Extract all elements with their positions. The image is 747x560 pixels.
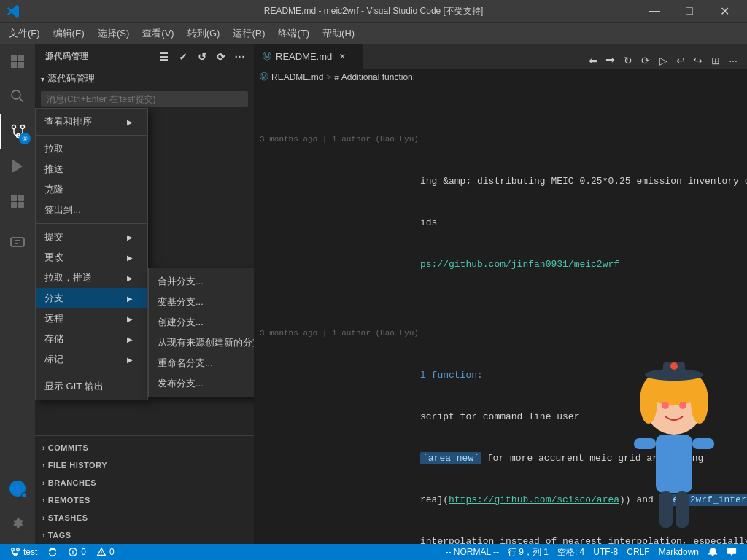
- editor-content[interactable]: 3 months ago | 1 author (Hao Lyu) ing &a…: [254, 85, 747, 544]
- back-icon[interactable]: ⬅: [585, 52, 601, 69]
- status-warnings[interactable]: 0: [92, 544, 119, 560]
- menu-file[interactable]: 文件(F): [3, 26, 46, 42]
- tab-readme-icon: Ⓜ: [263, 50, 271, 63]
- status-notification[interactable]: [703, 544, 722, 560]
- ctx-show-git-output-label: 显示 GIT 输出: [44, 380, 133, 393]
- activity-source-control[interactable]: ①: [0, 114, 35, 149]
- ctx-rebase-branch[interactable]: 变基分支...: [149, 292, 254, 312]
- ctx-pull-push-arrow: ▶: [127, 274, 133, 282]
- editor-line-2: ing &amp; distributing MEIC 0.25*0.25 em…: [254, 174, 747, 188]
- ctx-branch[interactable]: 分支 ▶: [36, 288, 147, 308]
- ctx-rename-branch[interactable]: 重命名分支...: [149, 353, 254, 373]
- close-button[interactable]: ✕: [708, 0, 741, 22]
- activity-search[interactable]: [0, 79, 35, 114]
- ctx-merge-branch[interactable]: 合并分支...: [149, 271, 254, 292]
- menu-terminal[interactable]: 终端(T): [272, 26, 315, 42]
- status-sync[interactable]: [43, 544, 62, 560]
- ctx-sep-1: [36, 135, 147, 136]
- ctx-create-branch[interactable]: 创建分支...: [149, 312, 254, 332]
- status-encoding[interactable]: UTF-8: [589, 544, 622, 560]
- activity-bar: ① 👤: [0, 44, 35, 544]
- status-feedback[interactable]: [722, 544, 741, 560]
- breadcrumb-section[interactable]: # Additional function:: [334, 72, 415, 82]
- editor-line-10: rea](https://github.com/scisco/area)) an…: [254, 493, 747, 507]
- activity-run[interactable]: [0, 149, 35, 184]
- more-editor-icon[interactable]: ···: [725, 52, 741, 69]
- line-content-3: ids: [414, 216, 747, 230]
- editor-line-4: ps://github.com/jinfan0931/meic2wrf: [254, 257, 747, 271]
- ctx-show-git-output[interactable]: 显示 GIT 输出: [36, 376, 147, 397]
- ctx-checkout[interactable]: 签出到...: [36, 200, 147, 220]
- menu-select[interactable]: 选择(S): [92, 26, 135, 42]
- ctx-rename-branch-label: 重命名分支...: [158, 357, 254, 370]
- history-icon[interactable]: ↻: [620, 52, 636, 69]
- maximize-button[interactable]: □: [673, 0, 706, 22]
- ctx-create-branch-from[interactable]: 从现有来源创建新的分支...: [149, 332, 254, 353]
- activity-extensions[interactable]: [0, 184, 35, 219]
- title-bar: README.md - meic2wrf - Visual Studio Cod…: [0, 0, 747, 22]
- menu-edit[interactable]: 编辑(E): [47, 26, 90, 42]
- ctx-push[interactable]: 推送: [36, 159, 147, 179]
- menu-view[interactable]: 查看(V): [136, 26, 179, 42]
- status-language[interactable]: Markdown: [654, 544, 703, 560]
- split-editor-icon[interactable]: ⊞: [708, 52, 724, 69]
- activity-account[interactable]: 👤: [0, 471, 35, 506]
- sidebar: 源代码管理 ☰ ✓ ↺ ⟳ ··· ▾ 源代码管理 ▾ 更改: [35, 44, 254, 544]
- status-errors[interactable]: 0: [63, 544, 90, 560]
- svg-line-1: [20, 98, 24, 103]
- tab-toolbar: ⬅ ⮕ ↻ ⟳ ▷ ↩ ↪ ⊞ ···: [585, 52, 747, 69]
- ctx-clone[interactable]: 克隆: [36, 179, 147, 200]
- menu-goto[interactable]: 转到(G): [182, 26, 226, 42]
- source-control-badge: ①: [19, 133, 31, 144]
- status-line-ending[interactable]: CRLF: [622, 544, 654, 560]
- refresh-editor-icon[interactable]: ⟳: [638, 52, 654, 69]
- status-encoding-label: UTF-8: [593, 547, 618, 557]
- ctx-pull[interactable]: 拉取: [36, 139, 147, 159]
- title-bar-title: README.md - meic2wrf - Visual Studio Cod…: [264, 5, 484, 18]
- title-bar-left: [6, 4, 20, 18]
- activity-bar-bottom: 👤: [0, 471, 35, 544]
- ctx-changes[interactable]: 更改 ▶: [36, 247, 147, 268]
- status-branch-name: test: [23, 547, 37, 557]
- ctx-changes-arrow: ▶: [127, 254, 133, 262]
- svg-rect-11: [11, 202, 17, 208]
- ctx-stash[interactable]: 存储 ▶: [36, 329, 147, 349]
- status-spaces[interactable]: 空格: 4: [553, 544, 589, 560]
- activity-settings[interactable]: [0, 506, 35, 541]
- menu-run[interactable]: 运行(R): [227, 26, 271, 42]
- breadcrumb-icon: Ⓜ: [260, 71, 268, 83]
- forward-icon[interactable]: ⮕: [603, 52, 619, 69]
- ctx-pull-label: 拉取: [44, 142, 133, 155]
- menu-help[interactable]: 帮助(H): [317, 26, 360, 42]
- context-menu-overlay: 查看和排序 ▶ ① 拉取 推送 克隆 签出到...: [35, 44, 254, 544]
- svg-point-0: [12, 90, 20, 99]
- status-error-count: 0: [81, 547, 86, 557]
- ctx-remote-arrow: ▶: [127, 315, 133, 323]
- ctx-commit[interactable]: 提交 ▶: [36, 227, 147, 247]
- ctx-clone-label: 克隆: [44, 183, 133, 196]
- tab-readme[interactable]: Ⓜ README.md ×: [254, 44, 363, 69]
- ctx-view-sort[interactable]: 查看和排序 ▶ ①: [36, 112, 147, 132]
- minimize-button[interactable]: —: [638, 0, 671, 22]
- status-vim-mode[interactable]: -- NORMAL --: [441, 544, 503, 560]
- redo-icon[interactable]: ↪: [690, 52, 706, 69]
- ctx-publish-branch[interactable]: 发布分支... ③: [149, 373, 254, 394]
- svg-marker-7: [14, 160, 23, 172]
- ctx-tag-arrow: ▶: [127, 356, 133, 364]
- line-content-8: script for command line user: [414, 410, 747, 424]
- line-content-10: rea](https://github.com/scisco/area)) an…: [414, 493, 747, 507]
- breadcrumb-file[interactable]: README.md: [271, 72, 323, 82]
- activity-remote[interactable]: [0, 225, 35, 260]
- ctx-stash-label: 存储: [44, 332, 112, 346]
- activity-explorer[interactable]: [0, 44, 35, 79]
- ctx-tag[interactable]: 标记 ▶: [36, 349, 147, 370]
- account-badge: [21, 492, 27, 498]
- status-line-col[interactable]: 行 9，列 1: [503, 544, 553, 560]
- tab-readme-close[interactable]: ×: [336, 50, 348, 62]
- run-icon[interactable]: ▷: [655, 52, 671, 69]
- undo-icon[interactable]: ↩: [673, 52, 689, 69]
- ctx-pull-push[interactable]: 拉取，推送 ▶: [36, 268, 147, 288]
- status-branch[interactable]: test: [6, 544, 42, 560]
- editor-line-8: script for command line user: [254, 410, 747, 424]
- ctx-remote[interactable]: 远程 ▶: [36, 308, 147, 329]
